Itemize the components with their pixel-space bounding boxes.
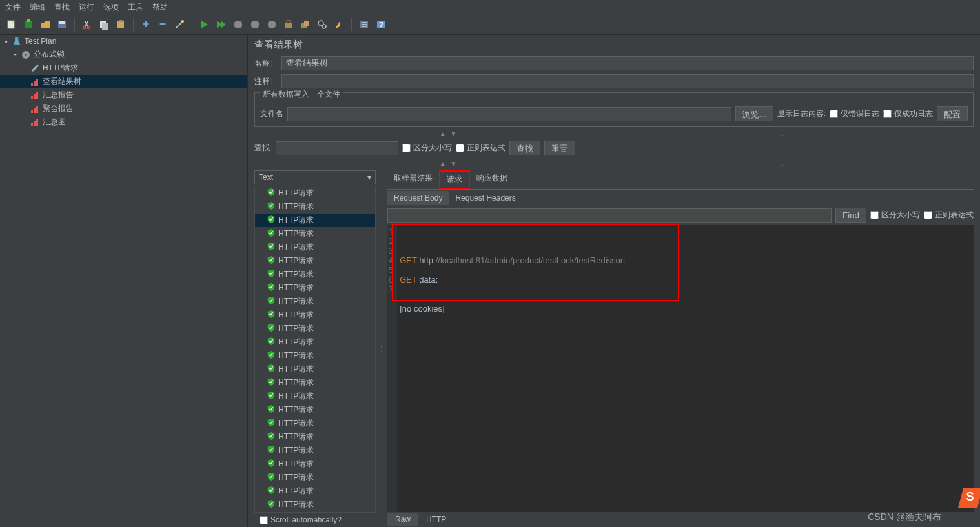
- success-icon: [267, 310, 276, 321]
- renderer-combo[interactable]: Text ▾: [254, 170, 376, 184]
- result-item[interactable]: HTTP请求: [255, 498, 375, 512]
- menu-查找[interactable]: 查找: [54, 2, 70, 13]
- expand-icon[interactable]: ▾: [12, 51, 18, 58]
- result-tabs[interactable]: 取样器结果请求响应数据: [387, 170, 974, 190]
- result-item[interactable]: HTTP请求: [255, 376, 375, 390]
- result-item[interactable]: HTTP请求: [255, 417, 375, 430]
- cut-icon[interactable]: [81, 18, 94, 31]
- tree-item[interactable]: 汇总报告: [0, 88, 247, 102]
- save-icon[interactable]: [56, 18, 68, 31]
- result-item[interactable]: HTTP请求: [255, 484, 375, 498]
- bottom-tab-HTTP[interactable]: HTTP: [418, 513, 454, 526]
- result-item[interactable]: HTTP请求: [255, 254, 375, 268]
- tree-item[interactable]: 汇总图: [0, 115, 247, 129]
- tree-group[interactable]: ▾ 分布式锁: [0, 48, 247, 61]
- tab-2[interactable]: 响应数据: [470, 170, 514, 189]
- result-item[interactable]: HTTP请求: [255, 444, 375, 457]
- tree-item[interactable]: HTTP请求: [0, 61, 247, 75]
- new-icon[interactable]: [5, 18, 18, 31]
- search-input[interactable]: [276, 141, 398, 155]
- result-item[interactable]: HTTP请求: [255, 281, 375, 295]
- menu-运行[interactable]: 运行: [79, 2, 94, 13]
- code-case-checkbox[interactable]: 区分大小写: [870, 210, 920, 221]
- regex-checkbox[interactable]: 正则表达式: [456, 143, 505, 154]
- result-item[interactable]: HTTP请求: [255, 322, 375, 335]
- wand-icon[interactable]: [173, 18, 186, 31]
- broom-icon[interactable]: [332, 18, 345, 31]
- name-input[interactable]: [281, 56, 974, 70]
- result-item[interactable]: HTTP请求: [255, 214, 375, 227]
- copy-icon[interactable]: [97, 18, 110, 31]
- tree-item[interactable]: 聚合报告: [0, 102, 247, 115]
- result-list[interactable]: HTTP请求HTTP请求HTTP请求HTTP请求HTTP请求HTTP请求HTTP…: [254, 186, 376, 513]
- menu-文件[interactable]: 文件: [5, 2, 21, 13]
- file-input[interactable]: [287, 107, 731, 121]
- svg-rect-14: [304, 21, 309, 26]
- shutdown-icon[interactable]: [249, 18, 261, 31]
- result-subtabs[interactable]: Request BodyRequest Headers: [387, 191, 974, 205]
- tab-1[interactable]: 请求: [439, 170, 470, 189]
- chevron-down-icon: ▾: [367, 173, 371, 182]
- remote-stop-icon[interactable]: [265, 18, 278, 31]
- tree-item[interactable]: 查看结果树: [0, 75, 247, 88]
- expand-icon[interactable]: ▾: [3, 38, 9, 45]
- code-area[interactable]: 1234567 GET http://localhost:81/admin/pr…: [387, 225, 974, 512]
- expand-bar[interactable]: ▲ ▼…: [254, 130, 974, 138]
- code-search-input[interactable]: [387, 208, 832, 223]
- help-icon[interactable]: ?: [374, 18, 387, 31]
- expand-bar-2[interactable]: ▲ ▼…: [254, 159, 974, 168]
- result-item[interactable]: HTTP请求: [255, 241, 375, 254]
- code-regex-checkbox[interactable]: 正则表达式: [924, 210, 974, 221]
- menu-选项[interactable]: 选项: [103, 2, 119, 13]
- templates-icon[interactable]: [22, 18, 35, 31]
- result-item[interactable]: HTTP请求: [255, 430, 375, 444]
- test-plan-tree[interactable]: ▾ Test Plan ▾ 分布式锁 HTTP请求查看结果树汇总报告聚合报告汇总…: [0, 35, 248, 527]
- clear-icon[interactable]: [282, 18, 295, 31]
- result-item[interactable]: HTTP请求: [255, 403, 375, 417]
- error-only-checkbox[interactable]: 仅错误日志: [830, 108, 879, 119]
- remove-icon[interactable]: −: [156, 18, 169, 31]
- chart-icon: [30, 77, 40, 87]
- search-icon[interactable]: [316, 18, 329, 31]
- comment-input[interactable]: [281, 74, 974, 88]
- result-item[interactable]: HTTP请求: [255, 363, 375, 376]
- tab-0[interactable]: 取样器结果: [387, 170, 439, 189]
- result-item[interactable]: HTTP请求: [255, 186, 375, 200]
- stop-icon[interactable]: [232, 18, 245, 31]
- result-item[interactable]: HTTP请求: [255, 390, 375, 403]
- run-icon[interactable]: [198, 18, 211, 31]
- function-icon[interactable]: [358, 18, 371, 31]
- result-item[interactable]: HTTP请求: [255, 457, 375, 471]
- add-icon[interactable]: +: [139, 18, 152, 31]
- menu-工具[interactable]: 工具: [128, 2, 143, 13]
- success-only-checkbox[interactable]: 仅成功日志: [883, 108, 933, 119]
- result-item[interactable]: HTTP请求: [255, 200, 375, 214]
- browse-button[interactable]: 浏览...: [735, 106, 773, 121]
- clear-all-icon[interactable]: [299, 18, 312, 31]
- search-label: 查找:: [254, 143, 272, 154]
- result-item[interactable]: HTTP请求: [255, 227, 375, 241]
- menu-编辑[interactable]: 编辑: [30, 2, 45, 13]
- code-find-button[interactable]: Find: [835, 208, 866, 223]
- result-item[interactable]: HTTP请求: [255, 295, 375, 308]
- log-content-label: 显示日志内容:: [777, 108, 826, 119]
- result-item[interactable]: HTTP请求: [255, 471, 375, 484]
- result-item[interactable]: HTTP请求: [255, 308, 375, 322]
- scroll-auto-checkbox[interactable]: Scroll automatically?: [254, 513, 376, 527]
- result-item[interactable]: HTTP请求: [255, 349, 375, 363]
- open-icon[interactable]: [39, 18, 52, 31]
- reset-button[interactable]: 重置: [544, 141, 575, 155]
- case-checkbox[interactable]: 区分大小写: [402, 143, 452, 154]
- tree-root[interactable]: ▾ Test Plan: [0, 35, 247, 48]
- menu-帮助[interactable]: 帮助: [152, 2, 168, 13]
- menubar[interactable]: 文件编辑查找运行选项工具帮助: [0, 0, 980, 14]
- run-remote-icon[interactable]: [215, 18, 228, 31]
- subtab-0[interactable]: Request Body: [387, 191, 449, 205]
- paste-icon[interactable]: [114, 18, 127, 31]
- subtab-1[interactable]: Request Headers: [449, 191, 522, 205]
- config-button[interactable]: 配置: [937, 106, 968, 121]
- result-item[interactable]: HTTP请求: [255, 335, 375, 349]
- find-button[interactable]: 查找: [509, 141, 540, 155]
- result-item[interactable]: HTTP请求: [255, 268, 375, 281]
- bottom-tab-Raw[interactable]: Raw: [387, 513, 418, 526]
